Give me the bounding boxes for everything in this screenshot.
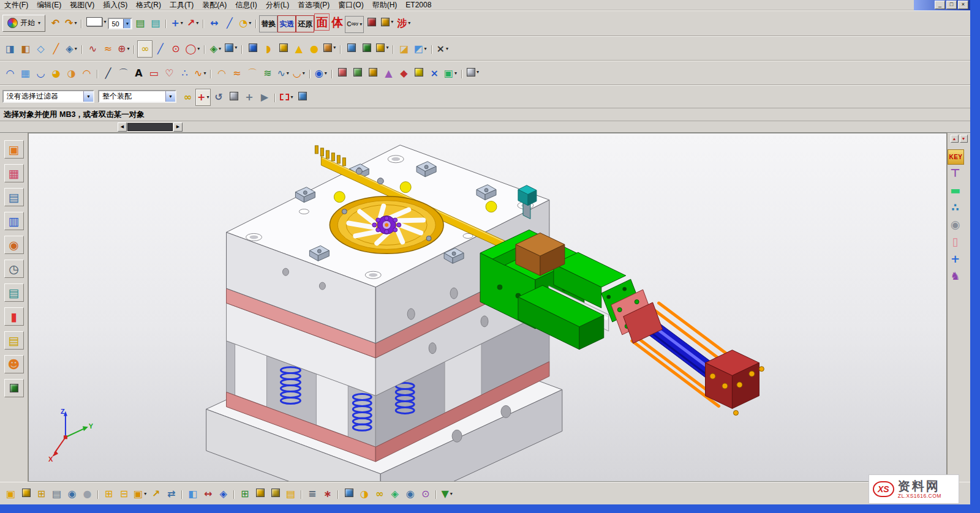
color-swatch[interactable]: ▾: [85, 13, 108, 30]
offset-curve-icon[interactable]: ≋: [260, 65, 275, 82]
wave-link-icon[interactable]: ∞: [372, 485, 387, 503]
curved-surface-icon[interactable]: ◑: [64, 65, 79, 82]
selection-filter-dropdown[interactable]: 没有选择过滤器 ▼: [2, 90, 94, 103]
history-icon[interactable]: ◷: [4, 260, 24, 278]
rotary-cam-disc-part[interactable]: [330, 197, 443, 254]
wcs-triad[interactable]: Z Y X: [48, 408, 94, 463]
unite-icon[interactable]: ◈▾: [208, 40, 223, 58]
exploded-views-icon[interactable]: ∗: [320, 485, 335, 503]
undo-icon[interactable]: ↶: [48, 15, 63, 32]
dropdown-arrow-icon[interactable]: ▾: [104, 19, 106, 24]
menu-item[interactable]: ET2008: [401, 1, 435, 9]
part-navigator-icon[interactable]: ▤: [4, 188, 24, 206]
circle-icon[interactable]: ◯▾: [183, 40, 202, 58]
layer-visible-icon[interactable]: ▤: [132, 15, 148, 32]
new-component-icon[interactable]: ⊟: [116, 485, 132, 503]
swirl-surface-icon[interactable]: ◠: [79, 65, 94, 82]
key-badge[interactable]: KEY: [948, 149, 964, 165]
menu-item[interactable]: 分析(L): [262, 1, 294, 9]
dropdown-arrow-icon[interactable]: ▾: [249, 20, 251, 26]
swept-surface-icon[interactable]: ◡: [33, 65, 48, 82]
knight-tool-icon[interactable]: ♞: [948, 268, 963, 285]
menu-item[interactable]: 格式(R): [132, 1, 165, 9]
boss-icon[interactable]: ▾: [322, 39, 337, 56]
trim-curve-icon[interactable]: ◠: [214, 65, 229, 82]
notes-icon[interactable]: ▤: [4, 331, 24, 350]
measure-angle-icon[interactable]: ◔▾: [237, 15, 253, 32]
dropdown-arrow-icon[interactable]: ▾: [391, 19, 393, 24]
csys-icon[interactable]: +▾: [169, 15, 184, 32]
restore-display-button[interactable]: 还原: [296, 15, 314, 32]
scroll-up-button[interactable]: ▲: [951, 135, 959, 143]
pull-face-icon[interactable]: [350, 64, 366, 81]
menu-item[interactable]: 信息(I): [231, 1, 261, 9]
join-curve-icon[interactable]: ∞: [137, 40, 153, 58]
dropdown-arrow-icon[interactable]: ▾: [325, 70, 327, 76]
dropdown-arrow-icon[interactable]: ▾: [181, 20, 183, 26]
sequence-icon[interactable]: ≡: [304, 485, 320, 503]
rectangle-icon[interactable]: ▭: [146, 65, 162, 82]
dropdown-arrow-icon[interactable]: ▾: [74, 20, 77, 26]
extrude-icon[interactable]: [245, 39, 260, 56]
helix-icon[interactable]: ≈: [100, 40, 116, 58]
relations-icon[interactable]: ◉: [402, 485, 418, 503]
menu-item[interactable]: 首选项(P): [293, 1, 334, 9]
menu-item[interactable]: 窗口(O): [334, 1, 368, 9]
dropdown-arrow-icon[interactable]: ▾: [360, 22, 362, 27]
dropdown-arrow-icon[interactable]: ▾: [196, 20, 198, 26]
replace-component-icon[interactable]: ⇄: [164, 485, 179, 503]
template-tool-icon[interactable]: ⊤: [948, 165, 963, 182]
cross-tool-icon[interactable]: +: [948, 250, 963, 268]
create-instance-icon[interactable]: ▣▾: [132, 485, 148, 503]
pattern-component-icon[interactable]: ⊞: [237, 485, 252, 503]
camera-icon[interactable]: ◉: [64, 485, 80, 503]
pocket-icon[interactable]: ▾: [374, 39, 390, 56]
add-component-icon[interactable]: ⊞: [101, 485, 116, 503]
face-button[interactable]: 面: [314, 13, 330, 31]
edit-suppression-icon[interactable]: [268, 484, 283, 501]
emboss-icon[interactable]: ◉▾: [313, 65, 329, 82]
dropdown-arrow-icon[interactable]: ▾: [386, 45, 388, 50]
menu-item[interactable]: 工具(T): [165, 1, 198, 9]
dropdown-arrow-icon[interactable]: ▾: [446, 46, 448, 51]
scrollbar-thumb[interactable]: [127, 123, 173, 131]
menu-item[interactable]: 帮助(H): [368, 1, 402, 9]
scroll-left-button[interactable]: ◀: [118, 122, 127, 132]
pad-icon[interactable]: [359, 39, 374, 56]
text-icon[interactable]: A: [131, 65, 146, 82]
datum-axis-icon[interactable]: ╱: [48, 40, 64, 58]
split-body-icon[interactable]: ◩▾: [412, 40, 428, 58]
datum-plane-icon[interactable]: ◇: [33, 40, 48, 58]
dropdown-arrow-icon[interactable]: ▾: [454, 70, 457, 76]
pan-icon[interactable]: +: [241, 89, 257, 106]
dropdown-arrow-icon[interactable]: ▾: [477, 69, 479, 75]
orbit-icon[interactable]: ↺: [211, 89, 226, 106]
dropdown-arrow-icon[interactable]: ▾: [303, 70, 305, 76]
move-component-icon[interactable]: ↗: [148, 485, 164, 503]
bridge-curve-icon[interactable]: ∿▾: [275, 65, 290, 82]
ruled-surface-icon[interactable]: ◠: [2, 65, 18, 82]
vector-icon[interactable]: ↗▾: [185, 15, 200, 32]
clearance-analysis-icon[interactable]: ◑: [356, 485, 372, 503]
menu-item[interactable]: 文件(F): [0, 1, 32, 9]
replace-face-icon[interactable]: ▲: [381, 65, 396, 82]
dropdown-arrow-icon[interactable]: ▾: [127, 46, 129, 51]
replace-button[interactable]: 替换: [259, 15, 277, 32]
roles-icon[interactable]: ☻: [4, 355, 24, 373]
color-spectrum-icon[interactable]: ▮: [4, 307, 24, 326]
cylinder-icon[interactable]: [276, 39, 291, 56]
view-cube-icon[interactable]: [295, 88, 310, 105]
dropdown-arrow-icon[interactable]: ▾: [333, 45, 336, 50]
restore-button[interactable]: □: [946, 1, 957, 9]
divide-curve-icon[interactable]: ≈: [229, 65, 244, 82]
dropdown-arrow-icon[interactable]: ▾: [206, 94, 209, 100]
offset-face-icon[interactable]: [366, 64, 381, 81]
report-icon[interactable]: ▼▾: [439, 485, 454, 503]
copy-mode-button[interactable]: Cᵒᵖʸ▾: [345, 16, 364, 33]
menu-item[interactable]: 编辑(E): [32, 1, 66, 9]
dropdown-arrow-icon[interactable]: ▾: [197, 46, 200, 51]
open-component-icon[interactable]: [18, 484, 34, 501]
align-components-icon[interactable]: ↔: [200, 485, 216, 503]
cone-icon[interactable]: ▲: [291, 40, 306, 58]
minimize-button[interactable]: _: [935, 1, 945, 9]
